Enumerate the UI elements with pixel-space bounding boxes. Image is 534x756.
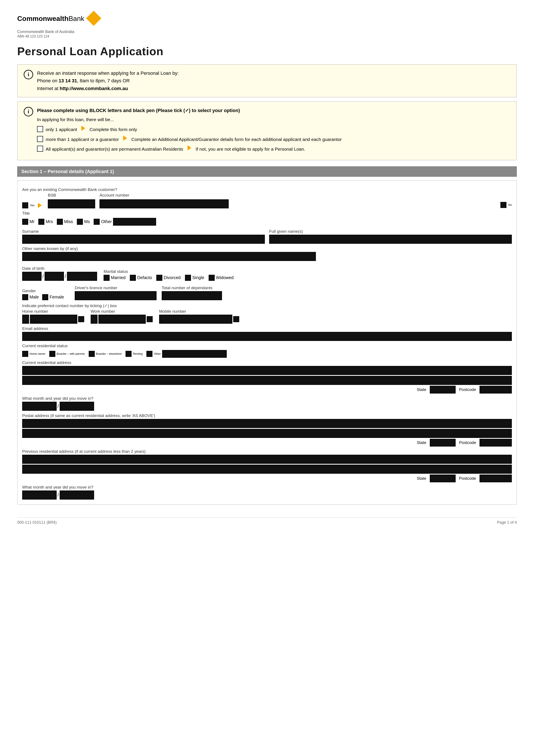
account-group: Account number <box>99 193 496 208</box>
yes-checkbox[interactable] <box>22 202 28 208</box>
current-state-label: State <box>417 387 426 392</box>
gender-licence-row: Gender Male Female Driver's licence numb… <box>22 283 512 300</box>
marital-widowed-label: Widowed <box>216 275 234 280</box>
account-number-label: Account number <box>99 193 496 198</box>
title-mr: Mr <box>22 219 35 225</box>
checkbox-1-applicant[interactable] <box>37 126 43 132</box>
current-address-line1-input[interactable] <box>22 366 512 375</box>
surname-input[interactable] <box>22 235 265 244</box>
option-3-text: All applicant(s) and guarantor(s) are pe… <box>46 145 183 153</box>
option-3-residents: All applicant(s) and guarantor(s) are pe… <box>37 145 510 153</box>
title-other-label: Other <box>101 219 112 224</box>
title-mrs-checkbox[interactable] <box>38 219 44 225</box>
page-title: Personal Loan Application <box>17 45 517 58</box>
dependants-input[interactable] <box>162 291 222 300</box>
previous-move-in-year-input[interactable] <box>60 491 94 500</box>
home-area-code-input[interactable] <box>22 315 29 324</box>
home-preferred-checkbox[interactable] <box>78 316 84 322</box>
status-boarder-elsewhere: Boarder – elsewhere <box>89 351 122 357</box>
postal-address-line1-input[interactable] <box>22 419 512 428</box>
marital-married: Married <box>104 275 126 281</box>
header: CommonwealthBank <box>17 13 517 25</box>
previous-postcode-label: Postcode <box>459 476 476 481</box>
section1-header: Section 1 – Personal details (Applicant … <box>17 166 517 177</box>
dob-year-input[interactable] <box>67 272 97 281</box>
info-icon-1: i <box>24 70 33 79</box>
previous-state-postcode-row: State Postcode <box>22 474 512 482</box>
existing-customer-row: Yes BSB Account number No <box>22 193 512 208</box>
gender-female-checkbox[interactable] <box>42 294 48 300</box>
marital-single-checkbox[interactable] <box>185 275 191 281</box>
previous-move-in-month-input[interactable] <box>22 491 57 500</box>
names-section: Surname Full given name(s) <box>22 227 512 244</box>
current-address-label: Current residential address <box>22 360 512 365</box>
gender-male: Male <box>22 294 39 300</box>
title-ms-label: Ms <box>84 219 90 224</box>
marital-married-checkbox[interactable] <box>104 275 110 281</box>
email-input[interactable] <box>22 332 512 341</box>
notice-sub-line: In applying for this loan, there will be… <box>37 116 510 123</box>
full-given-names-input[interactable] <box>269 235 512 244</box>
previous-address-line1-input[interactable] <box>22 455 512 464</box>
bank-name: Commonwealth Bank of Australia <box>17 30 517 34</box>
licence-input[interactable] <box>75 291 157 300</box>
status-home-owner-checkbox[interactable] <box>22 351 28 357</box>
no-checkbox[interactable] <box>500 202 506 208</box>
postal-state-input[interactable] <box>430 439 456 446</box>
work-area-code-input[interactable] <box>91 315 97 324</box>
option-2-result: Complete an Additional Applicant/Guarant… <box>131 136 342 143</box>
title-other-checkbox[interactable] <box>94 219 100 225</box>
work-preferred-checkbox[interactable] <box>147 316 153 322</box>
postal-postcode-input[interactable] <box>479 439 512 446</box>
gender-male-checkbox[interactable] <box>22 294 28 300</box>
move-in-month-input[interactable] <box>22 402 57 411</box>
marital-status-label: Marital status <box>104 269 234 274</box>
status-other-input[interactable] <box>162 350 227 358</box>
title-ms-checkbox[interactable] <box>77 219 83 225</box>
mobile-number-input[interactable] <box>159 315 232 324</box>
dob-slash2: / <box>65 274 66 279</box>
dob-slash1: / <box>42 274 44 279</box>
title-mr-checkbox[interactable] <box>22 219 28 225</box>
postal-address-line2-input[interactable] <box>22 429 512 438</box>
section1-container: Section 1 – Personal details (Applicant … <box>17 166 517 504</box>
marital-widowed-checkbox[interactable] <box>209 275 215 281</box>
checkbox-2-applicant[interactable] <box>37 136 43 142</box>
checkbox-3-residents[interactable] <box>37 146 43 152</box>
page-number: Page 1 of 4 <box>497 520 517 525</box>
previous-postcode-input[interactable] <box>479 474 512 482</box>
info-line1: Receive an instant response when applyin… <box>37 69 179 77</box>
current-address-line2-input[interactable] <box>22 376 512 385</box>
move-in-year-input[interactable] <box>60 402 94 411</box>
mobile-preferred-checkbox[interactable] <box>233 316 239 322</box>
status-other: Other <box>146 350 227 358</box>
title-other-input[interactable] <box>113 218 156 226</box>
previous-address-line2-input[interactable] <box>22 465 512 474</box>
title-miss-checkbox[interactable] <box>57 219 63 225</box>
account-number-input[interactable] <box>99 199 229 208</box>
marital-divorced: Divorced <box>156 275 181 281</box>
previous-state-input[interactable] <box>430 474 456 482</box>
no-label: No <box>508 203 512 206</box>
logo-text: CommonwealthBank <box>17 13 99 25</box>
title-ms: Ms <box>77 219 90 225</box>
marital-defacto: Defacto <box>130 275 152 281</box>
home-number-input[interactable] <box>30 315 77 324</box>
other-names-label: Other names known by (if any) <box>22 246 512 251</box>
marital-divorced-checkbox[interactable] <box>156 275 162 281</box>
work-number-input[interactable] <box>98 315 146 324</box>
other-names-input[interactable] <box>22 252 316 261</box>
dob-day-input[interactable] <box>22 272 41 281</box>
info-line3: Internet at http://www.commbank.com.au <box>37 85 179 92</box>
status-boarder-elsewhere-checkbox[interactable] <box>89 351 95 357</box>
current-state-input[interactable] <box>430 386 456 393</box>
arrow-icon-1 <box>81 126 85 131</box>
current-postcode-input[interactable] <box>479 386 512 393</box>
status-renting-checkbox[interactable] <box>126 351 132 357</box>
dob-month-input[interactable] <box>44 272 64 281</box>
marital-defacto-checkbox[interactable] <box>130 275 136 281</box>
status-other-checkbox[interactable] <box>146 351 152 357</box>
bsb-input[interactable] <box>48 199 95 208</box>
status-boarder-parents-checkbox[interactable] <box>49 351 55 357</box>
home-number-col: Home number <box>22 309 84 324</box>
